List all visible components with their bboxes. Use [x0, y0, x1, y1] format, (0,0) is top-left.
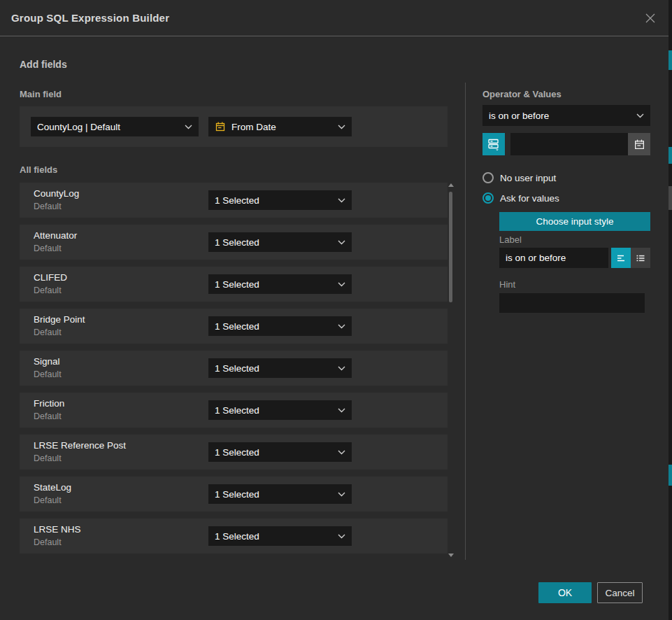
ok-button[interactable]: OK [538, 582, 592, 603]
field-row: Bridge Point Default 1 Selected [20, 309, 448, 344]
scroll-down-icon[interactable] [448, 554, 454, 557]
operator-select-value: is on or before [489, 111, 632, 121]
radio-circle-icon [482, 172, 494, 183]
chevron-down-icon [338, 492, 345, 497]
field-values-select[interactable]: 1 Selected [208, 316, 352, 336]
field-name: Attenuator [34, 230, 77, 241]
date-picker-button[interactable] [628, 133, 650, 155]
input-style-line-toggle[interactable] [611, 248, 631, 268]
stacked-values-icon [487, 137, 501, 151]
selected-count: 1 Selected [215, 195, 334, 206]
radio-label: No user input [500, 173, 556, 183]
field-default-label: Default [34, 369, 62, 379]
field-name: LRSE Reference Post [34, 440, 126, 451]
cancel-button[interactable]: Cancel [597, 582, 643, 603]
panel-divider [465, 83, 466, 560]
field-values-select[interactable]: 1 Selected [208, 484, 352, 504]
field-row: CountyLog Default 1 Selected [20, 183, 448, 218]
field-row: Friction Default 1 Selected [20, 393, 448, 428]
field-values-select[interactable]: 1 Selected [208, 190, 352, 210]
label-input[interactable] [499, 248, 608, 268]
field-default-label: Default [34, 327, 62, 337]
field-name: LRSE NHS [34, 524, 81, 535]
radio-circle-icon [482, 192, 494, 204]
choose-input-style-button[interactable]: Choose input style [499, 212, 650, 231]
field-default-label: Default [34, 495, 62, 505]
hint-field-label: Hint [499, 279, 515, 290]
chevron-down-icon [338, 450, 345, 455]
background-app-edge [669, 0, 672, 620]
calendar-icon [215, 121, 226, 132]
layer-select[interactable]: CountyLog | Default [31, 117, 199, 136]
chevron-down-icon [636, 113, 644, 118]
selected-count: 1 Selected [215, 405, 334, 416]
field-row: Attenuator Default 1 Selected [20, 225, 448, 260]
field-name: CLIFED [34, 272, 67, 283]
field-default-label: Default [34, 537, 62, 547]
main-field-select[interactable]: From Date [208, 117, 352, 136]
bullet-list-icon [635, 253, 646, 264]
chevron-down-icon [338, 198, 345, 203]
field-default-label: Default [34, 453, 62, 463]
chevron-down-icon [185, 125, 192, 129]
chevron-down-icon [338, 282, 345, 287]
radio-ask-for-values[interactable]: Ask for values [482, 192, 559, 204]
field-row: LRSE Reference Post Default 1 Selected [20, 435, 448, 470]
field-name: Bridge Point [34, 314, 85, 325]
all-fields-label: All fields [20, 164, 57, 175]
value-input[interactable] [510, 133, 628, 155]
selected-count: 1 Selected [215, 321, 334, 332]
field-row: Signal Default 1 Selected [20, 351, 448, 386]
chevron-down-icon [338, 366, 345, 371]
background-fragment [669, 147, 672, 164]
field-values-select[interactable]: 1 Selected [208, 442, 352, 462]
background-fragment [669, 465, 672, 486]
selected-count: 1 Selected [215, 489, 334, 500]
radio-label: Ask for values [500, 193, 559, 204]
scroll-up-icon[interactable] [448, 183, 454, 187]
field-values-select[interactable]: 1 Selected [208, 274, 352, 294]
selected-count: 1 Selected [215, 363, 334, 374]
scrollbar-thumb[interactable] [449, 192, 452, 302]
label-field-label: Label [499, 234, 522, 245]
main-field-select-value: From Date [231, 122, 334, 132]
field-name: CountyLog [34, 188, 79, 199]
close-icon[interactable] [641, 9, 659, 27]
background-fragment [669, 50, 672, 70]
chevron-down-icon [338, 324, 345, 329]
field-values-select[interactable]: 1 Selected [208, 358, 352, 378]
selected-count: 1 Selected [215, 279, 334, 290]
field-default-label: Default [34, 202, 62, 211]
field-values-select[interactable]: 1 Selected [208, 232, 352, 252]
field-values-select[interactable]: 1 Selected [208, 400, 352, 420]
field-row: StateLog Default 1 Selected [20, 477, 448, 512]
field-row: CLIFED Default 1 Selected [20, 267, 448, 302]
selected-count: 1 Selected [215, 447, 334, 458]
field-row: LRSE NHS Default 1 Selected [20, 519, 448, 554]
chevron-down-icon [338, 408, 345, 413]
selected-count: 1 Selected [215, 237, 334, 248]
field-default-label: Default [34, 286, 62, 295]
calendar-icon [634, 139, 645, 150]
radio-no-user-input[interactable]: No user input [482, 171, 556, 184]
dialog-title: Group SQL Expression Builder [11, 12, 169, 24]
selected-count: 1 Selected [215, 531, 334, 542]
hint-input[interactable] [499, 293, 645, 313]
field-values-select[interactable]: 1 Selected [208, 526, 352, 546]
all-fields-list: CountyLog Default 1 Selected Attenuator … [20, 183, 448, 561]
chevron-down-icon [338, 240, 345, 245]
list-scrollbar[interactable] [448, 182, 455, 560]
main-field-label: Main field [20, 89, 62, 99]
operator-select[interactable]: is on or before [482, 105, 650, 126]
chevron-down-icon [338, 534, 345, 539]
chevron-down-icon [338, 125, 345, 129]
value-source-button[interactable] [482, 133, 505, 155]
input-style-list-toggle[interactable] [631, 248, 650, 268]
align-left-icon [615, 253, 627, 264]
field-default-label: Default [34, 411, 62, 421]
dialog-titlebar: Group SQL Expression Builder [0, 0, 669, 36]
dialog-window: Group SQL Expression Builder Add fields … [0, 0, 669, 620]
main-field-row: CountyLog | Default From Date [20, 106, 448, 147]
field-name: StateLog [34, 482, 71, 493]
field-name: Friction [34, 398, 64, 409]
